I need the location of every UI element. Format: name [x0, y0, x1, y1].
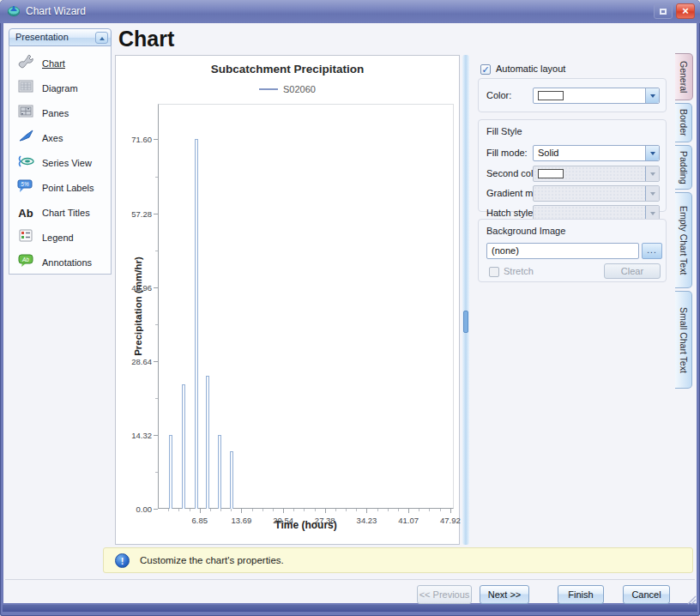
x-minor-tick: [346, 509, 347, 511]
chart-title: Subcatchment Precipitation: [116, 63, 459, 75]
color-dropdown[interactable]: [533, 88, 660, 104]
gradient-mode-dropdown: [533, 185, 660, 202]
status-message: Customize the chart's properties.: [140, 555, 284, 565]
cancel-button[interactable]: Cancel: [623, 585, 670, 604]
chart-preview[interactable]: Subcatchment Precipitation S02060 Precip…: [115, 55, 460, 545]
previous-button: << Previous: [417, 585, 472, 604]
plot-area: [158, 104, 454, 509]
y-tick-mark: [154, 361, 158, 362]
precipitation-bar: [230, 451, 233, 509]
y-axis-title: Precipitation (mm/hr): [133, 257, 143, 356]
sidebar-item-annotations[interactable]: Ab Annotations: [9, 250, 111, 275]
x-minor-tick: [356, 509, 357, 511]
tab-label: Padding: [679, 151, 689, 184]
automatic-layout-row[interactable]: ✓Automatic layout: [480, 63, 565, 75]
sidebar-item-label: Point Labels: [42, 183, 94, 193]
sidebar-item-label: Axes: [42, 133, 63, 143]
splitter-drag-handle[interactable]: [463, 311, 468, 333]
tab-label: Empty Chart Text: [679, 206, 689, 275]
y-tick-label: 71.60: [118, 135, 152, 144]
y-tick-label: 14.32: [118, 431, 152, 440]
color-swatch: [538, 91, 564, 100]
resize-grip-icon[interactable]: [687, 595, 697, 605]
precipitation-bar: [182, 384, 185, 509]
x-tick-mark: [241, 509, 242, 513]
precipitation-bar: [206, 376, 209, 509]
x-minor-tick: [168, 509, 169, 511]
sidebar-item-label: Chart: [42, 58, 65, 69]
y-tick-mark: [154, 287, 158, 288]
tab-label: Small Chart Text: [679, 307, 689, 373]
y-minor-tick: [155, 251, 158, 251]
tab-empty-chart-text[interactable]: Empty Chart Text: [675, 192, 692, 288]
background-image-group: Background Image (none) ... Stretch Clea…: [478, 219, 667, 282]
x-minor-tick: [220, 509, 221, 511]
x-minor-tick: [262, 509, 263, 511]
chevron-down-icon: [650, 152, 655, 155]
fill-mode-value: Solid: [538, 148, 558, 158]
background-image-field[interactable]: (none): [486, 243, 639, 259]
y-minor-tick: [155, 472, 158, 473]
second-color-dropdown: [533, 166, 660, 182]
fill-style-group: Fill Style Fill mode: Solid Second color…: [478, 119, 667, 212]
sidebar-item-chart[interactable]: Chart: [9, 51, 111, 75]
x-minor-tick: [440, 509, 441, 511]
tab-padding[interactable]: Padding: [675, 145, 692, 190]
tab-border[interactable]: Border: [675, 103, 692, 142]
y-tick-mark: [154, 139, 158, 140]
stretch-row: Stretch: [489, 263, 534, 280]
y-tick-label: 0.00: [118, 504, 152, 514]
tab-small-chart-text[interactable]: Small Chart Text: [675, 291, 692, 389]
sidebar-item-point-labels[interactable]: 5% Point Labels: [9, 175, 111, 200]
panel-splitter[interactable]: [462, 55, 469, 545]
x-minor-tick: [252, 509, 253, 511]
x-minor-tick: [293, 509, 294, 511]
svg-text:5%: 5%: [21, 181, 29, 187]
sidebar-items: Chart Diagram Panes: [9, 46, 112, 275]
title-bar[interactable]: Chart Wizard ×: [0, 0, 700, 23]
sidebar-header[interactable]: Presentation: [9, 28, 112, 46]
sidebar-item-legend[interactable]: Legend: [9, 225, 111, 250]
next-button[interactable]: Next >>: [480, 585, 529, 604]
x-minor-tick: [190, 509, 190, 511]
tab-label: Border: [679, 109, 689, 136]
axes-arrow-icon: [9, 130, 42, 146]
next-button-label: Next >>: [488, 589, 522, 600]
x-tick-mark: [366, 509, 367, 513]
y-minor-tick: [155, 324, 158, 325]
sidebar-item-panes[interactable]: Panes: [9, 100, 111, 125]
point-labels-icon: 5%: [9, 179, 42, 196]
x-tick-label: 34.23: [347, 516, 385, 525]
browse-button[interactable]: ...: [642, 243, 662, 259]
chart-legend: S02060: [116, 84, 459, 94]
sidebar-item-axes[interactable]: Axes: [9, 125, 111, 150]
x-minor-tick: [273, 509, 274, 511]
window-bottom-strip: [3, 605, 697, 612]
finish-button[interactable]: Finish: [558, 585, 604, 604]
sidebar-item-chart-titles[interactable]: Ab Chart Titles: [9, 200, 111, 225]
precipitation-bar: [195, 139, 198, 509]
x-tick-mark: [283, 509, 284, 513]
maximize-button[interactable]: [654, 3, 673, 19]
x-minor-tick: [398, 509, 399, 511]
x-minor-tick: [315, 509, 316, 511]
tab-general[interactable]: General: [675, 53, 693, 100]
dropdown-button[interactable]: [645, 146, 659, 160]
sidebar-item-diagram[interactable]: Diagram: [9, 75, 111, 100]
dropdown-button[interactable]: [645, 88, 659, 103]
y-tick-label: 28.64: [118, 357, 152, 366]
series-view-icon: [9, 154, 42, 172]
sidebar-item-series-view[interactable]: Series View: [9, 150, 111, 175]
x-minor-tick: [231, 509, 232, 511]
panes-icon: [9, 105, 42, 121]
chart-properties-panel: ✓Automatic layout Color: Fill Style Fill…: [473, 55, 672, 545]
x-tick-label: 6.85: [181, 516, 219, 525]
close-button[interactable]: ×: [676, 3, 695, 19]
svg-text:Ab: Ab: [21, 256, 29, 262]
collapse-button[interactable]: [95, 32, 108, 44]
fill-mode-dropdown[interactable]: Solid: [533, 145, 660, 161]
x-tick-label: 27.38: [306, 516, 344, 525]
automatic-layout-checkbox[interactable]: ✓: [480, 64, 491, 75]
clear-button-label: Clear: [621, 266, 643, 276]
properties-tab-strip: General Border Padding Empty Chart Text …: [675, 53, 693, 391]
